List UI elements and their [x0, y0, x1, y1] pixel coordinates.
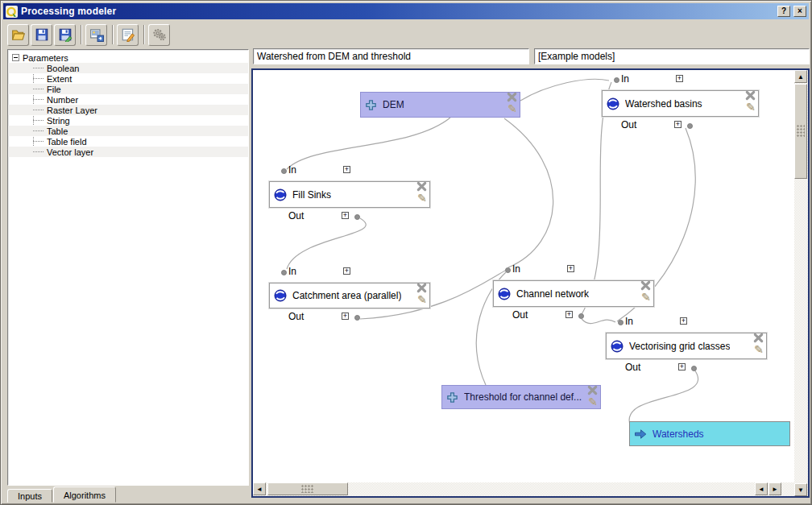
edit-node-icon[interactable]: ✎	[417, 294, 427, 305]
node-label: Threshold for channel def...	[464, 391, 582, 403]
saga-algorithm-icon	[498, 288, 511, 300]
expand-in-button-watershed_basins[interactable]: +	[676, 75, 683, 82]
in-port-dot-watershed_basins	[614, 77, 619, 83]
saga-algorithm-icon	[611, 340, 624, 353]
run-model-button[interactable]	[148, 24, 170, 46]
edit-node-icon[interactable]: ✎	[641, 292, 651, 303]
in-port-label: In	[621, 73, 629, 85]
toolbar	[7, 23, 172, 47]
open-model-button[interactable]	[7, 24, 29, 46]
processing-modeler-window: Processing modeler ? × Parameters Boolea…	[0, 0, 812, 505]
edit-node-icon[interactable]: ✎	[508, 103, 517, 114]
node-label: Watershed basins	[625, 98, 702, 110]
vertical-scrollbar[interactable]: ▲ ▼	[794, 70, 808, 496]
expand-out-button-vectorising[interactable]: +	[678, 363, 686, 370]
save-as-icon	[58, 27, 72, 42]
model-group-input[interactable]	[534, 48, 810, 64]
export-model-image-button[interactable]	[85, 24, 107, 46]
sidebar-item-vector-layer[interactable]: Vector layer	[8, 147, 248, 157]
connection-fill_sinks-to-catchment_area	[287, 218, 366, 269]
scroll-left-button-2[interactable]: ◄	[755, 482, 768, 495]
sidebar-item-label: String	[47, 116, 70, 126]
tree-root-label: Parameters	[23, 53, 68, 63]
horizontal-scrollbar[interactable]: ◄ ◄ ►	[253, 482, 794, 496]
parameters-tree: Parameters BooleanExtentFileNumberRaster…	[8, 50, 248, 157]
title-bar: Processing modeler ? ×	[3, 3, 809, 19]
sidebar-item-table[interactable]: Table	[8, 126, 248, 136]
edit-node-icon[interactable]: ✎	[417, 192, 427, 204]
out-port-dot-fill_sinks	[354, 214, 360, 220]
scroll-left-button[interactable]: ◄	[253, 482, 266, 495]
expand-in-button-fill_sinks[interactable]: +	[343, 166, 350, 173]
parameters-panel: Parameters BooleanExtentFileNumberRaster…	[7, 49, 249, 486]
help-button[interactable]: ?	[777, 6, 790, 17]
scroll-right-button[interactable]: ►	[768, 482, 781, 495]
tab-inputs[interactable]: Inputs	[7, 489, 52, 503]
sidebar-item-boolean[interactable]: Boolean	[8, 63, 248, 73]
in-port-dot-fill_sinks	[281, 168, 287, 174]
sidebar-item-table-field[interactable]: Table field	[8, 136, 248, 147]
out-port-dot-catchment_area	[354, 315, 360, 321]
model-name-input[interactable]	[253, 48, 529, 64]
toolbar-separator	[81, 25, 82, 44]
node-watershed_basins[interactable]: Watershed basins✎	[602, 90, 759, 117]
in-port-label: In	[625, 316, 633, 327]
saga-algorithm-icon	[607, 97, 619, 110]
model-canvas[interactable]: DEM✎Watershed basins✎In+Out+Fill Sinks✎I…	[253, 70, 794, 482]
vertical-scroll-thumb[interactable]	[794, 84, 807, 179]
model-canvas-frame: DEM✎Watershed basins✎In+Out+Fill Sinks✎I…	[251, 68, 810, 498]
scroll-down-button[interactable]: ▼	[794, 483, 807, 496]
expand-in-button-channel_network[interactable]: +	[567, 265, 574, 272]
sidebar-item-label: Raster Layer	[47, 106, 97, 115]
thumb-grip	[301, 485, 314, 493]
scroll-up-button[interactable]: ▲	[794, 70, 807, 83]
export-image-icon	[89, 27, 104, 42]
expand-in-button-catchment_area[interactable]: +	[343, 267, 350, 275]
expand-out-button-watershed_basins[interactable]: +	[674, 121, 682, 128]
expand-out-button-channel_network[interactable]: +	[566, 311, 573, 318]
node-label: Vectorising grid classes	[629, 341, 730, 352]
sidebar-item-number[interactable]: Number	[8, 94, 248, 105]
in-port-dot-vectorising	[618, 320, 624, 325]
horizontal-scroll-thumb[interactable]	[267, 482, 348, 495]
node-watersheds[interactable]: Watersheds	[629, 421, 790, 446]
sidebar-item-string[interactable]: String	[8, 115, 248, 126]
out-port-dot-channel_network	[578, 313, 584, 319]
tab-algorithms[interactable]: Algorithms	[53, 486, 116, 503]
node-dem[interactable]: DEM✎	[360, 92, 520, 118]
close-button[interactable]: ×	[793, 6, 806, 17]
out-port-label: Out	[625, 362, 640, 373]
sidebar-item-label: File	[47, 85, 61, 94]
node-threshold[interactable]: Threshold for channel def...✎	[441, 385, 601, 409]
node-label: Channel network	[516, 288, 589, 300]
save-model-as-button[interactable]	[54, 24, 76, 46]
node-channel_network[interactable]: Channel network✎	[493, 280, 654, 307]
sidebar-item-file[interactable]: File	[8, 84, 248, 94]
run-gears-icon	[152, 27, 167, 42]
save-model-button[interactable]	[31, 24, 52, 46]
out-port-label: Out	[288, 210, 304, 221]
node-label: Watersheds	[652, 428, 704, 440]
edit-model-help-button[interactable]	[117, 24, 139, 46]
tree-root-parameters[interactable]: Parameters	[8, 52, 248, 63]
edit-node-icon[interactable]: ✎	[588, 396, 598, 408]
connection-vectorising-to-watersheds	[629, 370, 698, 427]
sidebar-item-raster-layer[interactable]: Raster Layer	[8, 105, 248, 115]
collapse-icon[interactable]	[12, 54, 19, 61]
expand-in-button-vectorising[interactable]: +	[680, 317, 687, 325]
out-port-dot-vectorising	[691, 366, 697, 371]
node-vectorising[interactable]: Vectorising grid classes✎	[606, 333, 767, 359]
sidebar-item-label: Table field	[47, 137, 87, 147]
expand-out-button-catchment_area[interactable]: +	[342, 313, 349, 320]
saga-algorithm-icon	[274, 289, 287, 302]
node-catchment_area[interactable]: Catchment area (parallel)✎	[269, 283, 430, 308]
node-fill_sinks[interactable]: Fill Sinks✎	[269, 181, 430, 208]
connection-channel_network-to-vectorising	[582, 319, 615, 324]
expand-out-button-fill_sinks[interactable]: +	[342, 212, 349, 219]
node-label: Fill Sinks	[292, 189, 331, 201]
edit-node-icon[interactable]: ✎	[746, 101, 756, 113]
folder-open-icon	[11, 27, 26, 42]
out-port-label: Out	[512, 309, 528, 321]
edit-node-icon[interactable]: ✎	[754, 344, 764, 355]
sidebar-item-extent[interactable]: Extent	[8, 73, 248, 84]
